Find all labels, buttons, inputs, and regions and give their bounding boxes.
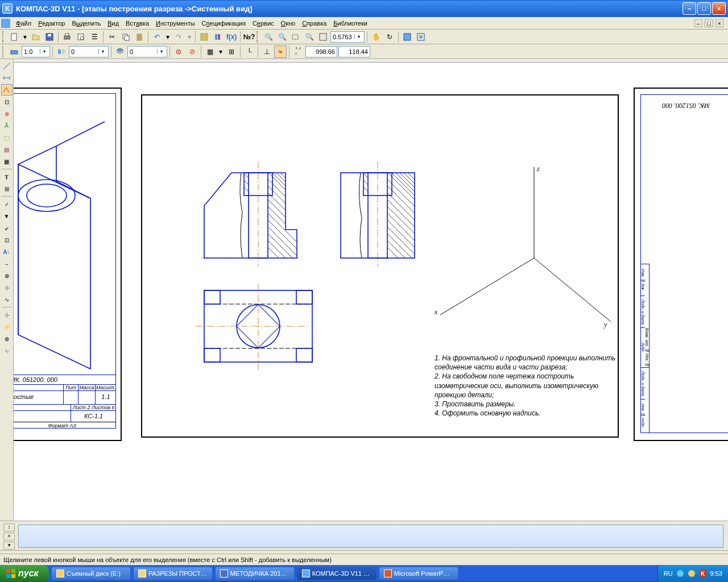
undo-dropdown[interactable]: ▾	[164, 31, 171, 43]
bolt-icon[interactable]: ⚡	[1, 321, 13, 332]
property-panel-body[interactable]	[18, 525, 723, 548]
zoom-scale-input[interactable]: 0.5763▾	[330, 31, 365, 43]
autoaxis-button[interactable]: ⊹	[1, 309, 13, 321]
toolbar-handle-2[interactable]	[257, 31, 260, 43]
text-button[interactable]: T	[1, 171, 13, 182]
redraw-button[interactable]	[401, 31, 413, 43]
tolerance-button[interactable]: ⊡	[1, 234, 13, 246]
preview-button[interactable]	[75, 31, 87, 43]
anchor-icon[interactable]: ⊕	[1, 333, 13, 344]
zoom-in-button[interactable]: 🔍	[262, 31, 275, 43]
zoom-out-button[interactable]: 🔍	[276, 31, 288, 43]
pan-button[interactable]: ✋	[370, 31, 382, 43]
menu-help[interactable]: Справка	[299, 19, 330, 28]
print-button[interactable]	[61, 31, 73, 43]
mdi-minimize[interactable]: –	[694, 19, 702, 27]
task-item[interactable]: Съемный диск (E:)	[51, 567, 131, 580]
table-button[interactable]: ⊞	[1, 183, 13, 194]
ortho-button[interactable]: ⊥	[260, 45, 273, 58]
prop-pin-button[interactable]: ↕	[3, 523, 15, 531]
save-button[interactable]	[43, 31, 56, 43]
manager-button[interactable]	[198, 31, 210, 43]
open-button[interactable]	[30, 31, 42, 43]
task-item-active[interactable]: КОМПАС-3D V11 …	[297, 567, 377, 580]
cut-button[interactable]: ✂	[106, 31, 118, 43]
task-item[interactable]: МЕТОДИЧКА 201…	[215, 567, 295, 580]
measure-toolset[interactable]: Å	[1, 120, 13, 131]
library-button[interactable]	[212, 31, 224, 43]
menu-window[interactable]: Окно	[278, 19, 299, 28]
menu-libs[interactable]: Библиотеки	[330, 19, 371, 28]
menu-select[interactable]: Выделить	[68, 19, 104, 28]
spec-toolset[interactable]: ▤	[1, 144, 13, 155]
axis-button-2[interactable]: ⊹	[1, 282, 13, 293]
maximize-button[interactable]: □	[697, 2, 711, 15]
toolbar-handle-3[interactable]	[2, 46, 6, 57]
snap-off-button[interactable]: ⊘	[186, 45, 198, 58]
zoom-fit-button[interactable]	[317, 31, 329, 43]
wave2-button[interactable]: ∿	[1, 345, 13, 356]
task-item[interactable]: РАЗРЕЗЫ ПРОСТ…	[133, 567, 213, 580]
drawing-canvas[interactable]: МК. 051200. 000 Пит Масса Масшт. ростые …	[14, 59, 728, 522]
round-button[interactable]: ≈	[274, 45, 287, 58]
center-button[interactable]: ⊕	[1, 270, 13, 281]
redo-button[interactable]: ↷	[172, 31, 185, 43]
grid-setup-button[interactable]: ▦	[204, 45, 216, 58]
grid-button[interactable]: ⊞	[225, 45, 238, 58]
help-button[interactable]: №?	[243, 31, 255, 43]
menu-service[interactable]: Сервис	[249, 19, 278, 28]
task-item[interactable]: Microsoft PowerP…	[379, 567, 458, 580]
wave-button[interactable]: ∿	[1, 294, 13, 305]
snap-on-button[interactable]: ⊙	[172, 45, 185, 58]
zoom-prev-button[interactable]: 🔍	[303, 31, 316, 43]
local-cs-button[interactable]: └	[243, 45, 255, 58]
clock[interactable]: 9:53	[710, 570, 722, 577]
prop-close-button[interactable]: ×	[3, 533, 15, 541]
antivirus-icon[interactable]: K	[699, 569, 707, 577]
redo-dropdown[interactable]: ▾	[186, 31, 193, 43]
new-button[interactable]	[8, 31, 20, 43]
refresh-button[interactable]	[415, 31, 427, 43]
geometry-toolset[interactable]	[1, 60, 13, 72]
properties-button[interactable]: ☰	[88, 31, 101, 43]
menu-editor[interactable]: Редактор	[35, 19, 68, 28]
grid-dropdown[interactable]: ▾	[217, 45, 224, 58]
copy-button[interactable]	[119, 31, 132, 43]
mdi-restore[interactable]: □	[705, 19, 713, 27]
menu-tools[interactable]: Инструменты	[152, 19, 198, 28]
base-button[interactable]: ▼	[1, 210, 13, 222]
select-toolset[interactable]: ⬚	[1, 132, 13, 143]
edit-toolset[interactable]: ⊡	[1, 96, 13, 107]
state-input[interactable]: 0▾	[69, 46, 109, 57]
report-toolset[interactable]: ▦	[1, 156, 13, 167]
new-dropdown[interactable]: ▾	[22, 31, 28, 43]
annotation-toolset[interactable]	[1, 84, 13, 95]
rotate-button[interactable]: ↻	[383, 31, 396, 43]
param-toolset[interactable]: ⊗	[1, 108, 13, 119]
leader-button[interactable]: ↙	[1, 222, 13, 234]
rough-button[interactable]: ✓	[1, 198, 13, 210]
minimize-button[interactable]: –	[682, 2, 696, 15]
tray-icon[interactable]	[688, 569, 696, 577]
zoom-window-button[interactable]	[289, 31, 302, 43]
prop-menu-button[interactable]: ▾	[3, 542, 15, 550]
paste-button[interactable]	[133, 31, 146, 43]
cut-line-button[interactable]: A↓	[1, 246, 13, 257]
menu-insert[interactable]: Вставка	[122, 19, 152, 28]
menu-file[interactable]: Файл	[13, 19, 35, 28]
variables-button[interactable]: f(x)	[225, 31, 238, 43]
close-button[interactable]: ×	[712, 2, 726, 15]
undo-button[interactable]: ↶	[151, 31, 163, 43]
scale-input[interactable]: 1.0▾	[22, 46, 50, 57]
system-tray[interactable]: RU K 9:53	[657, 565, 728, 582]
start-button[interactable]: пуск	[0, 565, 49, 582]
lang-indicator[interactable]: RU	[664, 570, 673, 577]
tray-icon[interactable]	[676, 569, 684, 577]
mdi-close[interactable]: ×	[715, 19, 723, 27]
layer-input[interactable]: 0▾	[127, 46, 167, 57]
menu-view[interactable]: Вид	[104, 19, 122, 28]
menu-spec[interactable]: Спецификация	[198, 19, 249, 28]
dimension-toolset[interactable]	[1, 72, 13, 84]
toolbar-handle[interactable]	[2, 31, 6, 43]
arrow-button[interactable]: →	[1, 258, 13, 269]
